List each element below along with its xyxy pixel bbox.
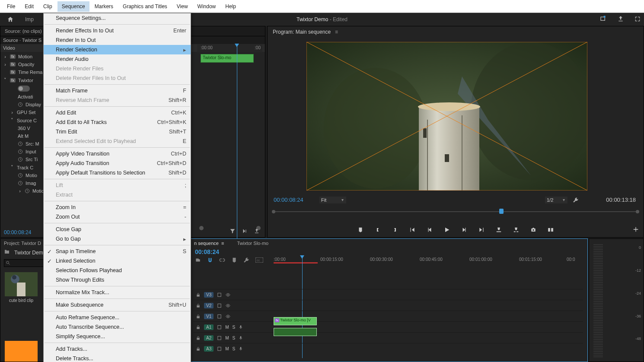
mini-clip[interactable]: Twixtor Slo-mo — [201, 54, 254, 63]
zoom-fit-select[interactable]: Fit — [319, 197, 346, 203]
menu-edit[interactable]: Edit — [20, 1, 38, 12]
program-scrubber[interactable] — [274, 208, 638, 215]
menu-item-make-subsequence[interactable]: Make SubsequenceShift+U — [44, 300, 191, 310]
wrench-tool-icon[interactable] — [243, 257, 249, 263]
audio-track[interactable]: A2MS — [193, 332, 583, 343]
caption-icon[interactable]: cc — [255, 257, 263, 263]
menu-item-linked-selection[interactable]: Linked Selection — [44, 256, 191, 266]
export-frame-icon[interactable] — [254, 228, 260, 235]
step-forward-icon[interactable] — [460, 226, 468, 234]
program-viewer[interactable] — [306, 42, 587, 191]
ruler-tick: 00:00:45:00 — [420, 257, 443, 262]
menu-item-add-edit[interactable]: Add EditCtrl+K — [44, 108, 191, 117]
menu-item-add-edit-to-all-tracks[interactable]: Add Edit to All TracksCtrl+Shift+K — [44, 117, 191, 127]
menu-graphics-and-titles[interactable]: Graphics and Titles — [118, 1, 172, 12]
program-timecode-current[interactable]: 00:00:08:24 — [274, 197, 303, 203]
menu-item-sequence-settings[interactable]: Sequence Settings... — [44, 13, 191, 23]
bin-icon[interactable] — [4, 249, 10, 256]
project-item[interactable]: cute bird clip — [5, 272, 38, 303]
button-editor-icon[interactable] — [632, 226, 639, 233]
menu-item-zoom-in[interactable]: Zoom In= — [44, 203, 191, 212]
menu-item-simplify-sequence[interactable]: Simplify Sequence... — [44, 332, 191, 341]
home-button[interactable] — [0, 16, 21, 23]
meter-tick: -24 — [635, 291, 641, 295]
video-track[interactable]: V2 — [193, 300, 583, 311]
svg-rect-46 — [218, 325, 221, 329]
marker-tool-icon[interactable] — [231, 257, 237, 263]
menu-item-extend-selected-edit-to-playhead: Extend Selected Edit to PlayheadE — [44, 137, 191, 146]
import-tab[interactable]: Imp — [21, 16, 38, 22]
menu-window[interactable]: Window — [193, 1, 220, 12]
timeline-timecode[interactable]: 00:08:24 — [191, 248, 587, 256]
menu-item-render-audio[interactable]: Render Audio — [44, 54, 191, 64]
mark-in-icon[interactable] — [374, 226, 382, 234]
add-marker-icon[interactable] — [357, 226, 364, 234]
menu-help[interactable]: Help — [221, 1, 240, 12]
quick-export-icon[interactable] — [600, 16, 607, 24]
menu-item-apply-video-transition[interactable]: Apply Video TransitionCtrl+D — [44, 149, 191, 159]
menu-file[interactable]: File — [3, 1, 19, 12]
share-icon[interactable] — [617, 16, 624, 24]
audio-track[interactable]: A1MS — [193, 321, 583, 332]
project-tab[interactable]: Project: Twixtor D — [4, 241, 41, 246]
menu-item-render-selection[interactable]: Render Selection — [44, 45, 191, 54]
export-frame-camera-icon[interactable] — [529, 226, 537, 234]
menu-markers[interactable]: Markers — [90, 1, 118, 12]
filter-icon[interactable] — [230, 228, 236, 235]
menu-item-trim-edit[interactable]: Trim EditShift+T — [44, 127, 191, 137]
video-track[interactable]: V1fxTwixtor Slo-mo [V — [193, 311, 583, 321]
play-icon[interactable] — [443, 226, 451, 234]
snap-icon[interactable] — [207, 257, 213, 263]
resolution-select[interactable]: 1/2 — [545, 197, 567, 203]
timeline-ruler[interactable]: :00:00 00:00:15:00 00:00:30:00 00:00:45:… — [273, 256, 583, 264]
extract-icon[interactable] — [512, 226, 520, 234]
menu-item-normalize-mix-track[interactable]: Normalize Mix Track... — [44, 288, 191, 297]
source-timecode[interactable]: 00:00:08:24 — [4, 229, 31, 235]
menu-item-snap-in-timeline[interactable]: Snap in TimelineS — [44, 247, 191, 256]
settings-wrench-icon[interactable] — [573, 197, 579, 203]
menu-item-render-effects-in-to-out[interactable]: Render Effects In to OutEnter — [44, 26, 191, 35]
audio-track[interactable]: A3MS — [193, 343, 583, 354]
menu-clip[interactable]: Clip — [39, 1, 57, 12]
timeline-tab-main[interactable]: n sequence ≡ — [194, 241, 224, 246]
mini-playhead[interactable] — [237, 44, 237, 256]
menu-item-apply-default-transitions-to-selection[interactable]: Apply Default Transitions to SelectionSh… — [44, 168, 191, 178]
linked-selection-icon[interactable] — [219, 257, 225, 263]
audio-clip[interactable] — [274, 328, 317, 336]
menu-view[interactable]: View — [172, 1, 192, 12]
effect-mini-timeline[interactable]: :00:00 :00 Twixtor Slo-mo — [197, 44, 262, 83]
nest-icon[interactable] — [195, 257, 201, 263]
mark-out-icon[interactable] — [391, 226, 399, 234]
keyframe-nav-icon[interactable] — [242, 228, 248, 235]
fullscreen-icon[interactable] — [634, 16, 641, 23]
menu-item-render-in-to-out[interactable]: Render In to Out — [44, 35, 191, 45]
video-track[interactable]: V3 — [193, 289, 583, 300]
panel-menu-icon[interactable]: ≡ — [335, 29, 338, 35]
video-clip[interactable]: fxTwixtor Slo-mo [V — [274, 317, 317, 325]
go-to-in-icon[interactable] — [408, 226, 416, 234]
menu-item-go-to-gap[interactable]: Go to Gap — [44, 234, 191, 244]
menu-item-close-gap[interactable]: Close Gap — [44, 225, 191, 234]
menu-item-delete-tracks[interactable]: Delete Tracks... — [44, 354, 191, 362]
menu-item-match-frame[interactable]: Match FrameF — [44, 86, 191, 95]
svg-rect-53 — [240, 347, 242, 349]
menu-item-add-tracks[interactable]: Add Tracks... — [44, 344, 191, 354]
menu-item-auto-reframe-sequence[interactable]: Auto Reframe Sequence... — [44, 313, 191, 322]
menu-sequence[interactable]: Sequence — [57, 1, 89, 12]
project-item-selected[interactable] — [5, 341, 38, 362]
home-icon — [6, 16, 14, 23]
mini-ruler-tick: :00:00 — [201, 45, 213, 50]
timeline-tab-nested[interactable]: Twixtor Slo-mo — [237, 241, 268, 246]
step-back-icon[interactable] — [426, 226, 434, 234]
meter-tick: 0 — [639, 245, 641, 250]
svg-rect-18 — [423, 128, 427, 138]
menu-item-selection-follows-playhead[interactable]: Selection Follows Playhead — [44, 266, 191, 275]
go-to-out-icon[interactable] — [478, 226, 485, 234]
menu-item-auto-transcribe-sequence[interactable]: Auto Transcribe Sequence... — [44, 322, 191, 332]
menu-item-zoom-out[interactable]: Zoom Out- — [44, 212, 191, 222]
transport-controls — [268, 226, 644, 234]
comparison-view-icon[interactable] — [547, 226, 555, 234]
menu-item-apply-audio-transition[interactable]: Apply Audio TransitionCtrl+Shift+D — [44, 159, 191, 168]
menu-item-show-through-edits[interactable]: Show Through Edits — [44, 275, 191, 285]
lift-icon[interactable] — [495, 226, 503, 234]
